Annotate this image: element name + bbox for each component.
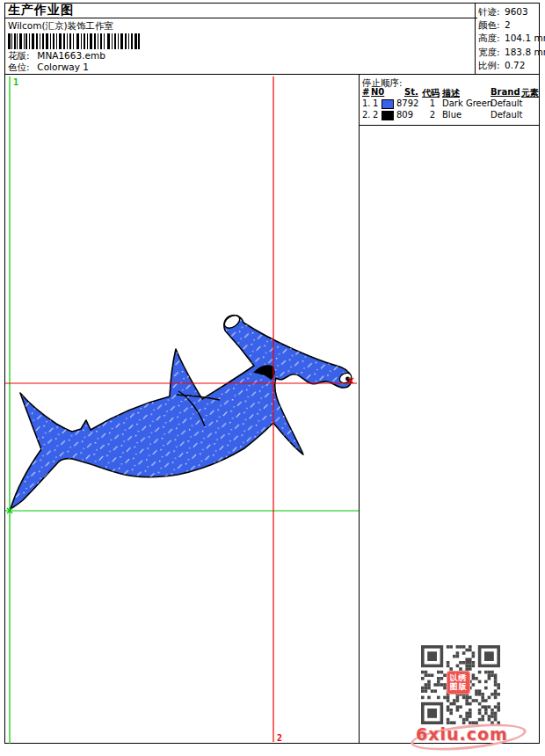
row2-needle: 2 [373, 110, 378, 120]
col-header-hash: # [362, 87, 369, 97]
table-bottom-divider [360, 125, 539, 126]
row2-stitches: 809 [396, 110, 413, 120]
row2-seq: 2. [362, 110, 371, 120]
colorway-label: 色位: [8, 62, 34, 74]
pattern-file-row: 花版: MNA1663.emb [8, 50, 105, 62]
row1-stitches: 8792 [396, 98, 418, 108]
red-seal-stamp: 以绣 图版 [447, 672, 469, 694]
site-logo: 6xiu.com [409, 722, 532, 750]
pattern-value: MNA1663.emb [37, 50, 105, 61]
col-header-needle: N0 [371, 87, 384, 97]
design-canvas: 1 2 [5, 75, 359, 743]
row2-code: 2 [419, 110, 435, 120]
col-header-code: 代码 [422, 87, 440, 99]
row1-color-swatch [382, 99, 394, 109]
header-left: 生产作业图 Wilcom(汇京)装饰工作室 花版: MNA1663.emb 色位… [5, 4, 475, 74]
colorway-row: 色位: Colorway 1 [8, 62, 89, 74]
logo-text: 6xiu.com [416, 724, 508, 744]
worksheet-frame: 生产作业图 Wilcom(汇京)装饰工作室 花版: MNA1663.emb 色位… [4, 3, 540, 744]
embroidery-design-svg: 1 2 [5, 75, 359, 744]
row1-code: 1 [419, 98, 435, 108]
production-worksheet-page: { "page": { "title": "生产作业图", "subtitle"… [0, 0, 545, 756]
row1-brand: Default [490, 98, 523, 108]
stitches-row: 针迹:9603 [478, 5, 539, 18]
scale-row: 比例:0.72 [478, 59, 539, 72]
col-header-brand: Brand [490, 87, 520, 97]
main-area: 1 2 停止顺序: # N0 St. 代码 描述 Brand 元素 1. 1 8… [5, 75, 539, 743]
colors-row: 颜色:2 [478, 18, 539, 32]
page-title: 生产作业图 [5, 4, 477, 18]
row2-description: Blue [442, 110, 461, 120]
col-header-description: 描述 [442, 87, 460, 99]
stamp-text-row1: 以绣 [447, 673, 469, 682]
row2-color-swatch [382, 111, 394, 120]
color-block-2-label: 2 [277, 733, 282, 743]
row1-needle: 1 [373, 98, 378, 108]
stop-sequence-panel: 停止顺序: # N0 St. 代码 描述 Brand 元素 1. 1 8792 … [359, 75, 539, 743]
shark-design [11, 313, 353, 509]
row1-seq: 1. [362, 98, 371, 108]
pattern-label: 花版: [8, 50, 34, 62]
studio-subtitle: Wilcom(汇京)装饰工作室 [8, 20, 113, 33]
stamp-text-row2: 图版 [447, 682, 469, 691]
design-info-box: 针迹:9603 颜色:2 高度:104.1 mm 宽度:183.8 mm 比例:… [475, 4, 539, 74]
header: 生产作业图 Wilcom(汇京)装饰工作室 花版: MNA1663.emb 色位… [5, 4, 539, 75]
barcode [8, 33, 142, 49]
row2-brand: Default [490, 110, 523, 120]
height-row: 高度:104.1 mm [478, 32, 539, 45]
shark-stitch-texture [11, 315, 352, 509]
col-header-stitches: St. [404, 87, 418, 97]
width-row: 宽度:183.8 mm [478, 46, 539, 59]
col-header-elements: 元素 [521, 87, 539, 99]
colorway-value: Colorway 1 [37, 62, 89, 72]
row1-description: Dark Green [442, 98, 492, 108]
color-block-1-label: 1 [13, 77, 18, 87]
